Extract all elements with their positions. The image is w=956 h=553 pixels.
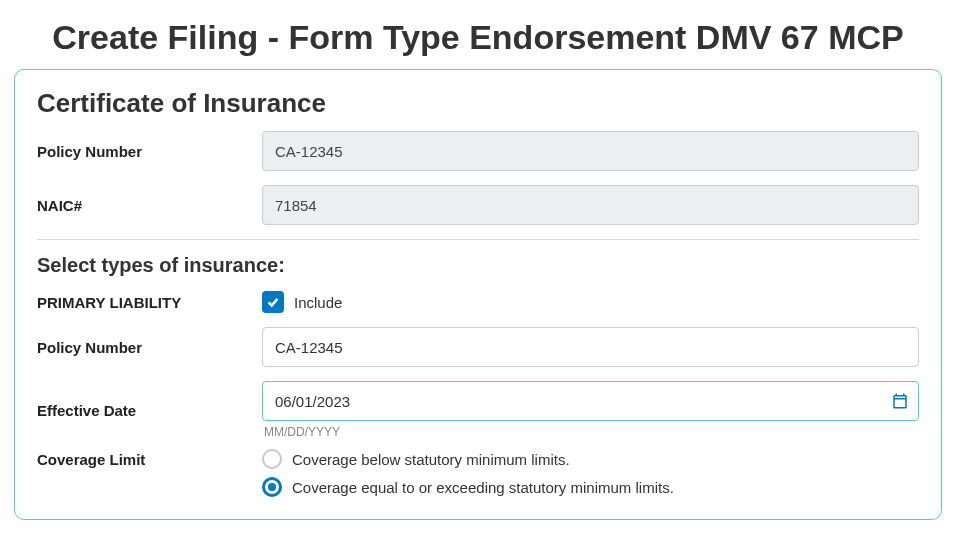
coverage-equal-label: Coverage equal to or exceeding statutory… [292,479,674,496]
radio-icon [262,449,282,469]
naic-row: NAIC# [37,185,919,225]
primary-liability-row: PRIMARY LIABILITY Include [37,291,919,313]
calendar-icon[interactable] [891,392,909,410]
include-label: Include [294,294,342,311]
certificate-card: Certificate of Insurance Policy Number N… [14,69,942,520]
divider [37,239,919,240]
policy-number-field [262,131,919,171]
naic-label: NAIC# [37,197,262,214]
effective-date-field[interactable] [262,381,919,421]
page-title: Create Filing - Form Type Endorsement DM… [0,18,956,57]
effective-date-hint: MM/DD/YYYY [264,425,919,439]
coverage-equal-option[interactable]: Coverage equal to or exceeding statutory… [262,477,919,497]
include-checkbox[interactable] [262,291,284,313]
primary-liability-label: PRIMARY LIABILITY [37,294,262,311]
liability-policy-number-row: Policy Number [37,327,919,367]
liability-policy-number-field[interactable] [262,327,919,367]
effective-date-label: Effective Date [37,402,262,419]
coverage-limit-label: Coverage Limit [37,449,262,468]
coverage-below-option[interactable]: Coverage below statutory minimum limits. [262,449,919,469]
liability-policy-number-label: Policy Number [37,339,262,356]
check-icon [266,295,280,309]
policy-number-row: Policy Number [37,131,919,171]
radio-icon [262,477,282,497]
coverage-limit-row: Coverage Limit Coverage below statutory … [37,449,919,497]
types-heading: Select types of insurance: [37,254,919,277]
certificate-heading: Certificate of Insurance [37,88,919,119]
effective-date-row: Effective Date MM/DD/YYYY [37,381,919,439]
policy-number-label: Policy Number [37,143,262,160]
coverage-below-label: Coverage below statutory minimum limits. [292,451,570,468]
naic-field [262,185,919,225]
